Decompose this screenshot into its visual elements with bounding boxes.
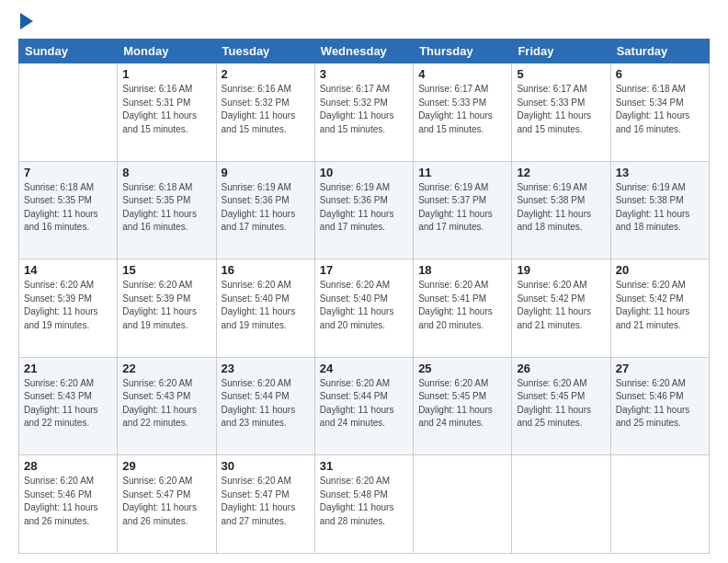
day-info: Sunrise: 6:19 AM Sunset: 5:36 PM Dayligh… — [222, 181, 310, 235]
weekday-monday: Monday — [118, 40, 216, 63]
calendar-cell: 30Sunrise: 6:20 AM Sunset: 5:47 PM Dayli… — [216, 455, 314, 554]
day-number: 10 — [320, 166, 408, 179]
day-number: 9 — [222, 166, 310, 179]
day-number: 18 — [418, 263, 506, 277]
day-info: Sunrise: 6:16 AM Sunset: 5:31 PM Dayligh… — [122, 83, 210, 136]
day-info: Sunrise: 6:20 AM Sunset: 5:40 PM Dayligh… — [320, 279, 408, 332]
day-number: 5 — [517, 67, 605, 81]
header — [18, 15, 710, 29]
day-info: Sunrise: 6:20 AM Sunset: 5:42 PM Dayligh… — [616, 279, 704, 332]
day-info: Sunrise: 6:17 AM Sunset: 5:32 PM Dayligh… — [320, 83, 408, 136]
calendar-cell: 26Sunrise: 6:20 AM Sunset: 5:45 PM Dayli… — [512, 357, 610, 455]
logo-arrow-icon — [20, 13, 33, 29]
weekday-wednesday: Wednesday — [314, 40, 413, 63]
calendar-cell: 9Sunrise: 6:19 AM Sunset: 5:36 PM Daylig… — [216, 161, 314, 259]
calendar-cell: 7Sunrise: 6:18 AM Sunset: 5:35 PM Daylig… — [19, 161, 118, 259]
calendar-cell: 25Sunrise: 6:20 AM Sunset: 5:45 PM Dayli… — [414, 357, 512, 455]
calendar-cell: 6Sunrise: 6:18 AM Sunset: 5:34 PM Daylig… — [610, 63, 709, 162]
day-number: 25 — [418, 362, 506, 375]
calendar-cell: 2Sunrise: 6:16 AM Sunset: 5:32 PM Daylig… — [216, 63, 314, 162]
day-number: 29 — [122, 459, 210, 473]
calendar-cell: 18Sunrise: 6:20 AM Sunset: 5:41 PM Dayli… — [414, 259, 512, 358]
weekday-thursday: Thursday — [414, 40, 512, 63]
calendar-cell: 3Sunrise: 6:17 AM Sunset: 5:32 PM Daylig… — [314, 63, 413, 162]
calendar-cell: 29Sunrise: 6:20 AM Sunset: 5:47 PM Dayli… — [118, 455, 216, 554]
calendar-cell: 22Sunrise: 6:20 AM Sunset: 5:43 PM Dayli… — [118, 357, 216, 455]
day-number: 21 — [24, 362, 112, 375]
calendar-cell: 17Sunrise: 6:20 AM Sunset: 5:40 PM Dayli… — [314, 259, 413, 358]
day-number: 22 — [122, 362, 210, 375]
day-info: Sunrise: 6:19 AM Sunset: 5:38 PM Dayligh… — [517, 181, 605, 235]
day-info: Sunrise: 6:20 AM Sunset: 5:45 PM Dayligh… — [517, 377, 605, 431]
day-info: Sunrise: 6:20 AM Sunset: 5:48 PM Dayligh… — [320, 475, 408, 528]
day-info: Sunrise: 6:20 AM Sunset: 5:41 PM Dayligh… — [418, 279, 506, 332]
day-number: 20 — [616, 263, 704, 277]
week-row-4: 21Sunrise: 6:20 AM Sunset: 5:43 PM Dayli… — [19, 357, 710, 455]
calendar-cell — [512, 455, 610, 554]
calendar-cell: 16Sunrise: 6:20 AM Sunset: 5:40 PM Dayli… — [216, 259, 314, 358]
day-number: 17 — [320, 263, 408, 277]
day-info: Sunrise: 6:20 AM Sunset: 5:39 PM Dayligh… — [122, 279, 210, 332]
day-info: Sunrise: 6:20 AM Sunset: 5:46 PM Dayligh… — [24, 475, 112, 528]
calendar-cell — [19, 63, 118, 162]
day-number: 13 — [616, 166, 704, 179]
day-number: 27 — [616, 362, 704, 375]
logo — [18, 15, 33, 29]
page: SundayMondayTuesdayWednesdayThursdayFrid… — [0, 0, 728, 563]
calendar-cell: 28Sunrise: 6:20 AM Sunset: 5:46 PM Dayli… — [19, 455, 118, 554]
day-info: Sunrise: 6:20 AM Sunset: 5:39 PM Dayligh… — [24, 279, 112, 332]
week-row-5: 28Sunrise: 6:20 AM Sunset: 5:46 PM Dayli… — [19, 455, 710, 554]
calendar-cell: 27Sunrise: 6:20 AM Sunset: 5:46 PM Dayli… — [610, 357, 709, 455]
day-number: 14 — [24, 263, 112, 277]
day-info: Sunrise: 6:20 AM Sunset: 5:47 PM Dayligh… — [122, 475, 210, 528]
calendar-cell: 1Sunrise: 6:16 AM Sunset: 5:31 PM Daylig… — [118, 63, 216, 162]
week-row-3: 14Sunrise: 6:20 AM Sunset: 5:39 PM Dayli… — [19, 259, 710, 358]
calendar-cell: 5Sunrise: 6:17 AM Sunset: 5:33 PM Daylig… — [512, 63, 610, 162]
day-info: Sunrise: 6:20 AM Sunset: 5:45 PM Dayligh… — [418, 377, 506, 431]
day-info: Sunrise: 6:19 AM Sunset: 5:37 PM Dayligh… — [418, 181, 506, 235]
calendar-cell: 8Sunrise: 6:18 AM Sunset: 5:35 PM Daylig… — [118, 161, 216, 259]
day-number: 24 — [320, 362, 408, 375]
calendar-cell: 20Sunrise: 6:20 AM Sunset: 5:42 PM Dayli… — [610, 259, 709, 358]
day-number: 26 — [517, 362, 605, 375]
week-row-1: 1Sunrise: 6:16 AM Sunset: 5:31 PM Daylig… — [19, 63, 710, 162]
day-number: 30 — [222, 459, 310, 473]
day-number: 16 — [222, 263, 310, 277]
calendar-cell: 12Sunrise: 6:19 AM Sunset: 5:38 PM Dayli… — [512, 161, 610, 259]
day-number: 6 — [616, 67, 704, 81]
day-number: 31 — [320, 459, 408, 473]
calendar-cell: 24Sunrise: 6:20 AM Sunset: 5:44 PM Dayli… — [314, 357, 413, 455]
day-number: 28 — [24, 459, 112, 473]
day-number: 8 — [122, 166, 210, 179]
day-info: Sunrise: 6:20 AM Sunset: 5:44 PM Dayligh… — [222, 377, 310, 431]
calendar-cell: 14Sunrise: 6:20 AM Sunset: 5:39 PM Dayli… — [19, 259, 118, 358]
day-info: Sunrise: 6:19 AM Sunset: 5:38 PM Dayligh… — [616, 181, 704, 235]
calendar-cell: 11Sunrise: 6:19 AM Sunset: 5:37 PM Dayli… — [414, 161, 512, 259]
weekday-tuesday: Tuesday — [216, 40, 314, 63]
day-number: 19 — [517, 263, 605, 277]
day-number: 11 — [418, 166, 506, 179]
day-info: Sunrise: 6:17 AM Sunset: 5:33 PM Dayligh… — [418, 83, 506, 136]
day-info: Sunrise: 6:19 AM Sunset: 5:36 PM Dayligh… — [320, 181, 408, 235]
weekday-saturday: Saturday — [610, 40, 709, 63]
day-number: 7 — [24, 166, 112, 179]
weekday-header-row: SundayMondayTuesdayWednesdayThursdayFrid… — [19, 40, 710, 63]
day-number: 15 — [122, 263, 210, 277]
day-info: Sunrise: 6:18 AM Sunset: 5:35 PM Dayligh… — [24, 181, 112, 235]
day-info: Sunrise: 6:20 AM Sunset: 5:46 PM Dayligh… — [616, 377, 704, 431]
day-info: Sunrise: 6:20 AM Sunset: 5:47 PM Dayligh… — [222, 475, 310, 528]
day-info: Sunrise: 6:18 AM Sunset: 5:34 PM Dayligh… — [616, 83, 704, 136]
day-number: 3 — [320, 67, 408, 81]
day-number: 2 — [222, 67, 310, 81]
calendar-cell: 13Sunrise: 6:19 AM Sunset: 5:38 PM Dayli… — [610, 161, 709, 259]
week-row-2: 7Sunrise: 6:18 AM Sunset: 5:35 PM Daylig… — [19, 161, 710, 259]
day-info: Sunrise: 6:20 AM Sunset: 5:43 PM Dayligh… — [122, 377, 210, 431]
day-number: 1 — [122, 67, 210, 81]
calendar-cell — [610, 455, 709, 554]
day-number: 23 — [222, 362, 310, 375]
calendar-cell: 23Sunrise: 6:20 AM Sunset: 5:44 PM Dayli… — [216, 357, 314, 455]
calendar-table: SundayMondayTuesdayWednesdayThursdayFrid… — [18, 39, 710, 554]
calendar-cell: 19Sunrise: 6:20 AM Sunset: 5:42 PM Dayli… — [512, 259, 610, 358]
day-info: Sunrise: 6:20 AM Sunset: 5:44 PM Dayligh… — [320, 377, 408, 431]
day-info: Sunrise: 6:20 AM Sunset: 5:42 PM Dayligh… — [517, 279, 605, 332]
